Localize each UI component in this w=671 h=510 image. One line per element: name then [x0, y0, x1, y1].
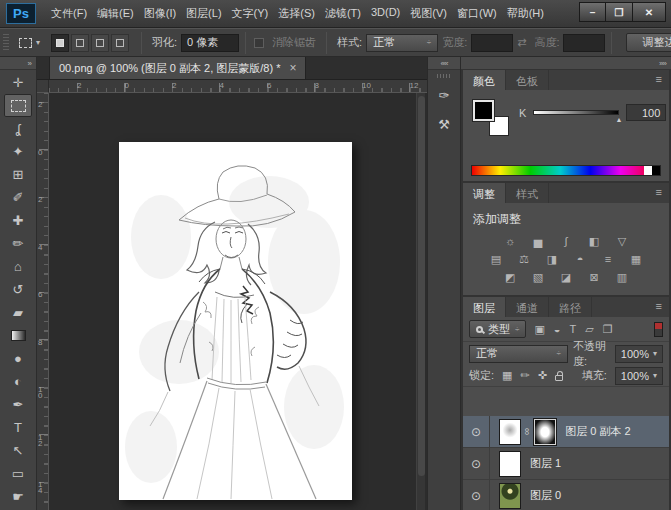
- tab-layers[interactable]: 图层: [463, 297, 506, 317]
- brush-panel-icon[interactable]: ✑: [432, 83, 456, 107]
- horizontal-ruler[interactable]: 2024681012: [49, 80, 427, 93]
- layer-name[interactable]: 图层 0: [530, 488, 561, 503]
- menu-item[interactable]: 视图(V): [405, 3, 452, 24]
- tab-color[interactable]: 颜色: [463, 70, 506, 90]
- document-canvas[interactable]: [119, 142, 352, 500]
- layer-name[interactable]: 图层 1: [530, 456, 561, 471]
- mask-link-icon[interactable]: ∞: [522, 428, 533, 435]
- vertical-ruler[interactable]: 202468101214: [37, 93, 49, 510]
- levels-icon[interactable]: ▅: [527, 233, 550, 249]
- dock-expand-icon[interactable]: »»: [461, 57, 671, 70]
- tab-channels[interactable]: 通道: [506, 297, 549, 317]
- fill-input[interactable]: 100% ▾: [615, 367, 663, 385]
- visibility-eye-icon[interactable]: ⊙: [463, 448, 490, 479]
- eyedropper-tool[interactable]: ✐: [4, 186, 32, 209]
- restore-button[interactable]: ❐: [606, 2, 633, 22]
- layer-thumbnail[interactable]: [499, 419, 521, 445]
- dodge-tool[interactable]: ◐: [4, 370, 32, 393]
- brush-tool[interactable]: ✏: [4, 232, 32, 255]
- panel-menu-icon[interactable]: ≡: [649, 70, 669, 90]
- curves-icon[interactable]: ∫: [555, 233, 578, 249]
- channel-mixer-icon[interactable]: ≡: [597, 251, 620, 267]
- rect-marquee-tool[interactable]: [4, 94, 32, 117]
- k-slider[interactable]: ▲: [533, 110, 619, 115]
- menu-item[interactable]: 编辑(E): [92, 3, 139, 24]
- gradient-tool[interactable]: [4, 324, 32, 347]
- height-input[interactable]: [563, 34, 605, 52]
- add-selection-button[interactable]: [71, 34, 89, 52]
- blend-mode-select[interactable]: 正常 ÷: [469, 345, 568, 363]
- tool-preset-button[interactable]: ▾: [14, 33, 45, 53]
- intersect-selection-button[interactable]: [111, 34, 129, 52]
- feather-input[interactable]: 0 像素: [181, 34, 239, 52]
- type-tool[interactable]: T: [4, 416, 32, 439]
- invert-icon[interactable]: ◩: [499, 269, 522, 285]
- hue-saturation-icon[interactable]: ▤: [485, 251, 508, 267]
- gradient-map-icon[interactable]: ⊠: [583, 269, 606, 285]
- layer-filter-select[interactable]: 类型 ÷: [469, 320, 526, 338]
- filter-smart-objects-icon[interactable]: ❐: [603, 323, 613, 336]
- filter-toggle-switch[interactable]: [654, 322, 663, 337]
- minimize-button[interactable]: –: [579, 2, 606, 22]
- tab-adjustments[interactable]: 调整: [463, 183, 506, 203]
- width-input[interactable]: [471, 34, 513, 52]
- canvas-viewport[interactable]: [49, 93, 427, 510]
- tab-swatches[interactable]: 色板: [506, 70, 549, 90]
- blur-tool[interactable]: ●: [4, 347, 32, 370]
- tab-paths[interactable]: 路径: [549, 297, 592, 317]
- black-white-icon[interactable]: ◨: [541, 251, 564, 267]
- filter-pixel-layers-icon[interactable]: ▣: [534, 323, 544, 336]
- menu-item[interactable]: 图像(I): [139, 3, 181, 24]
- menu-item[interactable]: 滤镜(T): [320, 3, 366, 24]
- menu-item[interactable]: 窗口(W): [452, 3, 502, 24]
- menu-item[interactable]: 文件(F): [46, 3, 92, 24]
- lock-pixels-icon[interactable]: ✏: [520, 370, 529, 381]
- photo-filter-icon[interactable]: ◓: [569, 251, 592, 267]
- k-value-input[interactable]: 100: [626, 104, 666, 121]
- hand-tool[interactable]: ☛: [4, 485, 32, 508]
- toolbar-expand-icon[interactable]: »: [0, 57, 36, 70]
- posterize-icon[interactable]: ▧: [527, 269, 550, 285]
- vibrance-icon[interactable]: ▽: [611, 233, 634, 249]
- close-button[interactable]: ✕: [633, 2, 666, 22]
- selective-color-icon[interactable]: ▥: [611, 269, 634, 285]
- foreground-color-swatch[interactable]: [473, 100, 494, 121]
- filter-type-layers-icon[interactable]: T: [569, 323, 576, 336]
- layer-thumbnail[interactable]: [499, 483, 521, 509]
- new-selection-button[interactable]: [51, 34, 69, 52]
- color-spectrum-ramp[interactable]: [471, 165, 661, 176]
- document-tab[interactable]: 00.png @ 100% (图层 0 副本 2, 图层蒙版/8) * ×: [49, 57, 306, 79]
- menu-item[interactable]: 3D(D): [366, 3, 405, 24]
- filter-adjustment-layers-icon[interactable]: ◒: [554, 323, 561, 336]
- quick-selection-tool[interactable]: ✦: [4, 140, 32, 163]
- pen-tool[interactable]: ✒: [4, 393, 32, 416]
- history-brush-tool[interactable]: ↺: [4, 278, 32, 301]
- visibility-eye-icon[interactable]: ⊙: [463, 416, 490, 447]
- dock-collapse-icon[interactable]: ««: [428, 57, 460, 70]
- layer-thumbnail[interactable]: [499, 451, 521, 477]
- healing-brush-tool[interactable]: ✚: [4, 209, 32, 232]
- crop-tool[interactable]: ⊞: [4, 163, 32, 186]
- path-selection-tool[interactable]: ↖: [4, 439, 32, 462]
- lasso-tool[interactable]: ʆ: [4, 117, 32, 140]
- exposure-icon[interactable]: ◧: [583, 233, 606, 249]
- filter-shape-layers-icon[interactable]: ▱: [585, 323, 593, 336]
- lock-position-icon[interactable]: ✜: [538, 370, 547, 381]
- tab-styles[interactable]: 样式: [506, 183, 549, 203]
- menu-item[interactable]: 选择(S): [273, 3, 320, 24]
- eraser-tool[interactable]: ▰: [4, 301, 32, 324]
- opacity-input[interactable]: 100% ▾: [615, 345, 663, 363]
- color-balance-icon[interactable]: ⚖: [513, 251, 536, 267]
- lock-all-icon[interactable]: [555, 375, 563, 381]
- menu-item[interactable]: 帮助(H): [502, 3, 549, 24]
- slider-thumb-icon[interactable]: ▲: [615, 116, 622, 123]
- subtract-selection-button[interactable]: [91, 34, 109, 52]
- lock-transparency-icon[interactable]: ▦: [502, 370, 512, 381]
- menu-item[interactable]: 文字(Y): [227, 3, 274, 24]
- layer-mask-thumbnail[interactable]: [534, 419, 556, 445]
- swap-dimensions-icon[interactable]: ⇄: [517, 36, 526, 49]
- scrollbar-thumb[interactable]: [418, 96, 425, 476]
- color-lookup-icon[interactable]: ▦: [625, 251, 648, 267]
- refine-edge-button[interactable]: 调整边缘: [626, 33, 671, 52]
- clone-source-icon[interactable]: ⚒: [432, 112, 456, 136]
